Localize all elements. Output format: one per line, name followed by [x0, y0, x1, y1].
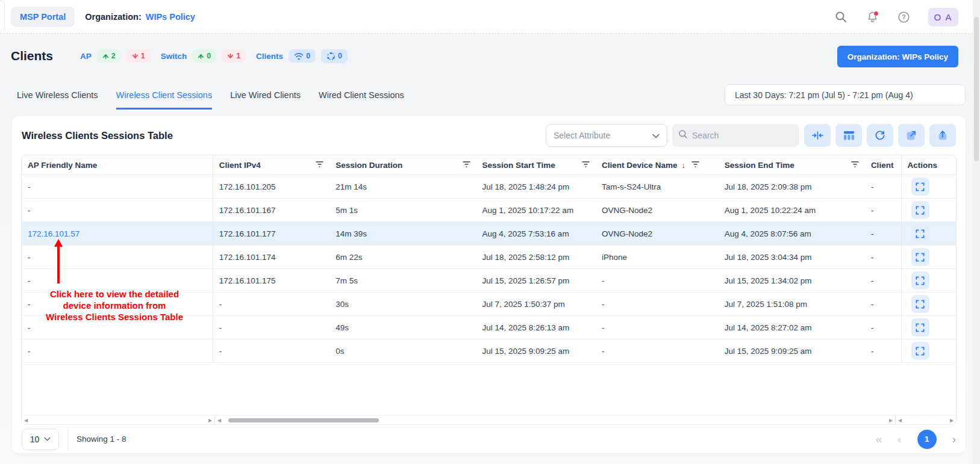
- sidebar-collapse-handle[interactable]: [0, 0, 5, 32]
- cell-client-device-name: iPhone: [596, 246, 719, 268]
- select-attribute-dropdown[interactable]: Select Attribute: [546, 124, 667, 147]
- ap-stat-label: AP: [80, 52, 92, 61]
- filter-icon[interactable]: [316, 161, 323, 168]
- help-icon[interactable]: ?: [897, 10, 910, 23]
- tab-live-wired-clients[interactable]: Live Wired Clients: [230, 90, 301, 110]
- cell-session-start-time: Aug 1, 2025 10:17:22 am: [476, 199, 596, 221]
- organization-link[interactable]: WIPs Policy: [146, 12, 195, 22]
- cell-session-end-time: Aug 4, 2025 8:07:56 am: [719, 222, 865, 245]
- previous-page-icon[interactable]: ‹: [897, 433, 901, 445]
- column-header-session-duration[interactable]: Session Duration: [329, 155, 476, 175]
- column-header-client-device-name[interactable]: Client Device Name↓: [596, 155, 719, 175]
- cell-client-ipv: -: [865, 292, 901, 315]
- expand-row-button[interactable]: [911, 201, 929, 219]
- filter-icon[interactable]: [463, 161, 470, 168]
- page-vertical-scrollbar[interactable]: [973, 0, 980, 464]
- page-size-select[interactable]: 10: [22, 428, 59, 450]
- expand-row-button[interactable]: [911, 248, 929, 266]
- pinned-left-scrollbar[interactable]: ◀ ▶: [22, 416, 214, 424]
- tab-live-wireless-clients[interactable]: Live Wireless Clients: [17, 90, 98, 110]
- page-scrollbar-thumb[interactable]: [974, 17, 979, 161]
- column-header-session-start-time[interactable]: Session Start Time: [476, 155, 596, 175]
- tab-wired-client-sessions[interactable]: Wired Client Sessions: [319, 90, 404, 110]
- cell-actions: [901, 269, 956, 292]
- external-link-icon: [906, 130, 917, 141]
- chevron-down-icon: [44, 437, 51, 441]
- pinned-right-scrollbar[interactable]: ◀ ▶: [896, 416, 956, 424]
- cell-client-device-name: -: [596, 316, 719, 339]
- expand-row-button[interactable]: [911, 295, 929, 313]
- table-row: --0sJul 15, 2025 9:09:25 am-Jul 15, 2025…: [22, 339, 956, 363]
- current-page-button[interactable]: 1: [917, 430, 937, 449]
- expand-row-button[interactable]: [911, 271, 929, 289]
- scroll-left-arrow-icon[interactable]: ◀: [215, 418, 223, 423]
- cell-session-end-time: Jul 14, 2025 8:27:02 am: [719, 316, 865, 339]
- scroll-left-arrow-icon[interactable]: ◀: [896, 418, 904, 423]
- organization-wips-policy-button[interactable]: Organization: WIPs Policy: [837, 46, 958, 67]
- cell-actions: [901, 292, 956, 315]
- scroll-right-arrow-icon[interactable]: ▶: [206, 418, 214, 423]
- filter-icon[interactable]: [582, 161, 590, 168]
- wired-clients-badge: 0: [321, 49, 348, 63]
- table-body: -172.16.101.20521m 14sJul 18, 2025 1:48:…: [22, 175, 956, 363]
- table-row: -172.16.101.1746m 22sJul 18, 2025 2:58:1…: [22, 246, 956, 269]
- refresh-button[interactable]: [867, 124, 893, 147]
- date-range-picker[interactable]: Last 30 Days: 7:21 pm (Jul 5) - 7:21 pm …: [725, 84, 966, 105]
- column-header-client-ipv4[interactable]: Client IPv4: [213, 155, 330, 175]
- column-header-ap-friendly-name[interactable]: AP Friendly Name: [22, 155, 213, 175]
- scroll-right-arrow-icon[interactable]: ▶: [947, 418, 956, 423]
- cell-session-start-time: Aug 4, 2025 7:53:16 am: [476, 222, 596, 245]
- expand-icon: [916, 206, 925, 215]
- tab-wireless-client-sessions[interactable]: Wireless Client Sessions: [116, 90, 213, 110]
- next-page-icon[interactable]: ›: [952, 433, 956, 445]
- client-tabs: Live Wireless Clients Wireless Client Se…: [17, 90, 404, 110]
- table-row: --30sJul 7, 2025 1:50:37 pm-Jul 7, 2025 …: [22, 292, 956, 316]
- expand-icon: [916, 253, 925, 262]
- export-button[interactable]: [929, 124, 956, 147]
- cell-session-duration: 14m 39s: [329, 222, 476, 245]
- expand-row-button[interactable]: [911, 224, 929, 243]
- column-header-session-end-time[interactable]: Session End Time: [719, 155, 865, 175]
- scroll-left-arrow-icon[interactable]: ◀: [22, 418, 30, 423]
- manage-columns-button[interactable]: [835, 124, 862, 147]
- sort-desc-icon[interactable]: ↓: [681, 161, 685, 170]
- cell-client-ipv4: -: [213, 292, 330, 315]
- column-header-actions[interactable]: Actions: [901, 155, 956, 175]
- expand-row-button[interactable]: [911, 318, 929, 336]
- search-input[interactable]: [692, 131, 782, 140]
- notifications-bell-icon[interactable]: [866, 10, 879, 23]
- cell-client-ipv4: 172.16.101.205: [213, 175, 330, 198]
- msp-portal-button[interactable]: MSP Portal: [11, 7, 75, 27]
- scrollbar-thumb[interactable]: [228, 418, 379, 422]
- table-row: --49sJul 14, 2025 8:26:13 am-Jul 14, 202…: [22, 316, 956, 339]
- search-field[interactable]: [672, 124, 799, 147]
- refresh-icon: [875, 130, 885, 141]
- column-header-client-ipv[interactable]: Client IPv: [865, 155, 901, 175]
- expand-icon: [916, 182, 925, 191]
- open-in-new-button[interactable]: [898, 124, 925, 147]
- expand-row-button[interactable]: [911, 342, 929, 360]
- cell-session-start-time: Jul 18, 2025 1:48:24 pm: [476, 175, 596, 198]
- expand-row-button[interactable]: [911, 178, 929, 196]
- search-icon[interactable]: [834, 10, 847, 23]
- cell-actions: [901, 316, 956, 339]
- main-scrollbar[interactable]: ◀ ▶: [215, 416, 895, 424]
- expand-icon: [916, 323, 925, 332]
- ap-name-link[interactable]: 172.16.101.57: [28, 229, 80, 238]
- svg-text:?: ?: [902, 13, 905, 20]
- scroll-right-arrow-icon[interactable]: ▶: [887, 418, 895, 423]
- table-row: -172.16.101.1675m 1sAug 1, 2025 10:17:22…: [22, 199, 956, 222]
- first-page-icon[interactable]: «: [876, 433, 882, 445]
- cell-session-end-time: Jul 15, 2025 9:09:25 am: [719, 339, 865, 362]
- fit-columns-button[interactable]: [804, 124, 831, 147]
- cell-client-ipv4: -: [213, 339, 330, 362]
- filter-icon[interactable]: [691, 161, 699, 168]
- cell-client-device-name: OVNG-Node2: [596, 199, 719, 221]
- table-header-row: AP Friendly NameClient IPv4Session Durat…: [22, 155, 956, 175]
- cell-ap-friendly-name: -: [22, 292, 213, 315]
- expand-icon: [916, 229, 925, 238]
- switch-up-badge: 0: [192, 49, 216, 63]
- cell-actions: [901, 339, 956, 362]
- user-avatar[interactable]: O A: [928, 8, 958, 26]
- filter-icon[interactable]: [851, 161, 859, 168]
